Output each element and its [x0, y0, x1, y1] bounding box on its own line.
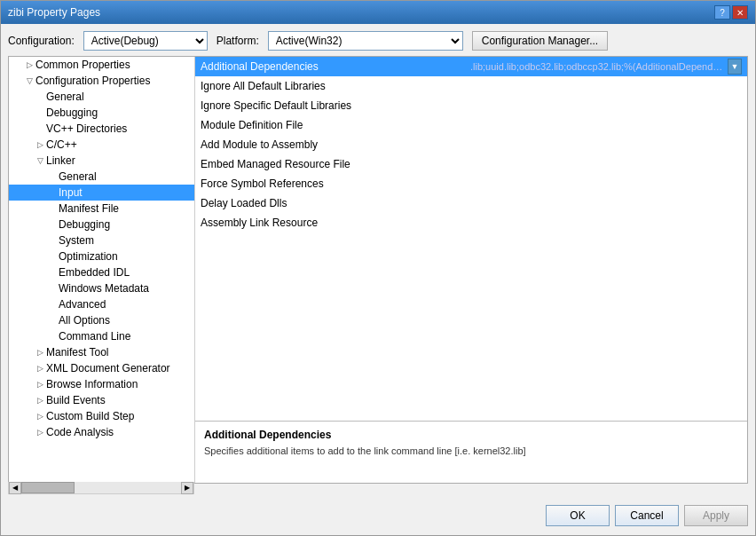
tree-item-custom-build[interactable]: ▷ Custom Build Step: [9, 408, 194, 424]
tree-label-common: Common Properties: [35, 59, 191, 71]
expand-icon-linker-winmeta: [46, 282, 59, 295]
right-row-label-add-module: Add Module to Assembly: [201, 138, 742, 151]
tree-label-linker-cmdline: Command Line: [59, 330, 191, 343]
tree-label-linker-general: General: [59, 170, 191, 183]
tree-label-browse-info: Browse Information: [46, 378, 191, 390]
tree-item-linker-input[interactable]: Input: [9, 185, 194, 201]
right-row-label-delay-loaded: Delay Loaded Dlls: [201, 197, 742, 209]
right-row-ignore-all[interactable]: Ignore All Default Libraries: [195, 76, 747, 96]
expand-icon-linker-allopts: [46, 314, 59, 327]
scroll-left-button[interactable]: ◀: [9, 482, 21, 494]
tree-item-linker-winmeta[interactable]: Windows Metadata: [9, 280, 194, 296]
tree-item-manifest-tool[interactable]: ▷ Manifest Tool: [9, 344, 194, 360]
tree-label-debugging: Debugging: [46, 106, 191, 119]
help-button[interactable]: ?: [714, 5, 730, 20]
tree-item-linker[interactable]: ▽ Linker: [9, 153, 194, 169]
expand-icon-common: ▷: [23, 59, 35, 71]
right-row-force-symbol[interactable]: Force Symbol References: [195, 174, 747, 193]
tree-item-linker-allopts[interactable]: All Options: [9, 312, 194, 328]
expand-icon-general: [34, 91, 46, 103]
right-list: Additional Dependencies .lib;uuid.lib;od…: [195, 57, 747, 421]
expand-icon-browse-info: ▷: [34, 378, 46, 390]
tree-item-vcpp[interactable]: VC++ Directories: [9, 121, 194, 137]
config-row: Configuration: Active(Debug) Platform: A…: [8, 31, 748, 51]
right-panel: Additional Dependencies .lib;uuid.lib;od…: [195, 57, 747, 483]
tree-label-linker-opt: Optimization: [59, 250, 191, 263]
tree-item-xml-doc[interactable]: ▷ XML Document Generator: [9, 360, 194, 376]
expand-icon-linker-opt: [46, 250, 59, 263]
expand-icon-custom-build: ▷: [34, 410, 46, 422]
expand-icon-vcpp: [34, 122, 46, 135]
right-row-assembly-link[interactable]: Assembly Link Resource: [195, 213, 747, 233]
tree-item-linker-system[interactable]: System: [9, 233, 194, 248]
config-label: Configuration:: [8, 35, 75, 47]
scroll-track: [21, 482, 181, 493]
title-bar-controls: ? ✕: [714, 5, 748, 20]
expand-icon-cpp: ▷: [34, 138, 46, 151]
expand-icon-xml-doc: ▷: [34, 362, 46, 374]
apply-button[interactable]: Apply: [684, 505, 748, 526]
tree-label-custom-build: Custom Build Step: [46, 410, 191, 422]
tree-item-general[interactable]: General: [9, 89, 194, 105]
expand-icon-linker-cmdline: [46, 330, 59, 343]
right-row-delay-loaded[interactable]: Delay Loaded Dlls: [195, 193, 747, 213]
config-manager-button[interactable]: Configuration Manager...: [472, 31, 608, 51]
expand-icon-build-events: ▷: [34, 394, 46, 406]
right-row-label-embed-managed: Embed Managed Resource File: [201, 158, 742, 170]
expand-icon-linker-general: [46, 170, 59, 183]
right-row-embed-managed[interactable]: Embed Managed Resource File: [195, 154, 747, 174]
expand-icon-linker-system: [46, 234, 59, 247]
tree-label-xml-doc: XML Document Generator: [46, 362, 191, 374]
tree-item-code-analysis[interactable]: ▷ Code Analysis: [9, 424, 194, 440]
title-bar: zibi Property Pages ? ✕: [1, 1, 755, 24]
tree-label-linker-winmeta: Windows Metadata: [59, 282, 191, 295]
tree-label-code-analysis: Code Analysis: [46, 426, 191, 438]
cancel-button[interactable]: Cancel: [615, 505, 679, 526]
tree-item-linker-general[interactable]: General: [9, 169, 194, 185]
tree-item-config[interactable]: ▽ Configuration Properties: [9, 73, 194, 89]
tree-item-common[interactable]: ▷ Common Properties: [9, 57, 194, 73]
right-row-label-force-symbol: Force Symbol References: [201, 177, 742, 190]
right-row-module-def[interactable]: Module Definition File: [195, 115, 747, 135]
ok-button[interactable]: OK: [546, 505, 610, 526]
right-row-label-assembly-link: Assembly Link Resource: [201, 217, 742, 229]
scroll-right-button[interactable]: ▶: [181, 482, 193, 494]
tree-label-linker-allopts: All Options: [59, 314, 191, 327]
tree-item-browse-info[interactable]: ▷ Browse Information: [9, 376, 194, 392]
tree-item-linker-cmdline[interactable]: Command Line: [9, 328, 194, 344]
tree-item-linker-opt[interactable]: Optimization: [9, 248, 194, 264]
tree-label-manifest-tool: Manifest Tool: [46, 346, 191, 359]
tree-label-linker-debug: Debugging: [59, 218, 191, 231]
tree-item-linker-debug[interactable]: Debugging: [9, 217, 194, 233]
tree-item-cpp[interactable]: ▷ C/C++: [9, 137, 194, 153]
add-deps-dropdown-button[interactable]: ▼: [728, 59, 742, 75]
expand-icon-config: ▽: [23, 75, 35, 87]
tree-label-linker-system: System: [59, 234, 191, 247]
info-panel-description: Specifies additional items to add to the…: [204, 445, 738, 458]
platform-label: Platform:: [217, 35, 259, 47]
tree-item-debugging[interactable]: Debugging: [9, 105, 194, 121]
right-row-add-module[interactable]: Add Module to Assembly: [195, 135, 747, 154]
tree-label-vcpp: VC++ Directories: [46, 122, 191, 135]
tree-item-linker-idl[interactable]: Embedded IDL: [9, 264, 194, 280]
left-panel: ▷ Common Properties ▽ Configuration Prop…: [9, 57, 195, 483]
dialog-title: zibi Property Pages: [8, 6, 100, 19]
platform-select[interactable]: Active(Win32): [268, 31, 463, 51]
tree-item-build-events[interactable]: ▷ Build Events: [9, 392, 194, 408]
right-row-label-module-def: Module Definition File: [201, 119, 742, 131]
right-row-label-add-deps: Additional Dependencies: [201, 60, 470, 73]
property-pages-dialog: zibi Property Pages ? ✕ Configuration: A…: [0, 0, 756, 536]
tree-label-linker-advanced: Advanced: [59, 298, 191, 311]
configuration-select[interactable]: Active(Debug): [83, 31, 208, 51]
right-row-value-input-add-deps: .lib;uuid.lib;odbc32.lib;odbccp32.lib;%(…: [470, 59, 742, 75]
right-row-ignore-specific[interactable]: Ignore Specific Default Libraries: [195, 96, 747, 115]
tree-label-general: General: [46, 91, 191, 103]
expand-icon-linker: ▽: [34, 154, 46, 167]
tree-item-linker-advanced[interactable]: Advanced: [9, 296, 194, 312]
bottom-row: OK Cancel Apply: [8, 500, 748, 528]
right-row-add-deps[interactable]: Additional Dependencies .lib;uuid.lib;od…: [195, 57, 747, 76]
left-panel-scrollbar[interactable]: ◀ ▶: [8, 482, 194, 494]
expand-icon-linker-advanced: [46, 298, 59, 311]
tree-item-linker-manifest[interactable]: Manifest File: [9, 201, 194, 217]
close-button[interactable]: ✕: [732, 5, 748, 20]
